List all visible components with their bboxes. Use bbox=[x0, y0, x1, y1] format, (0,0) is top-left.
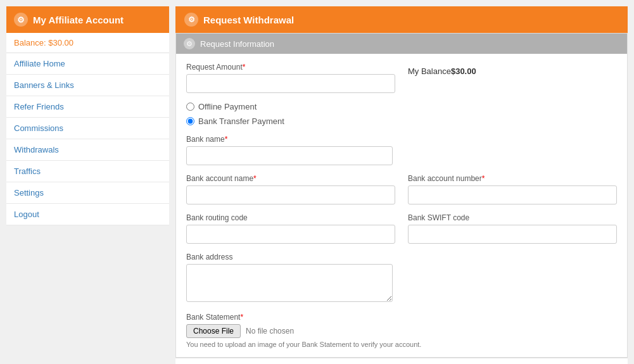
sidebar-item-logout[interactable]: Logout bbox=[6, 204, 169, 225]
bank-transfer-radio[interactable] bbox=[186, 117, 194, 125]
row-bank-address: Bank address bbox=[186, 253, 617, 304]
bank-name-label: Bank name* bbox=[186, 135, 393, 144]
col-bank-account-number: Bank account number* bbox=[408, 174, 617, 204]
content-header-icon: ⚙ bbox=[184, 13, 198, 27]
form-body: Request Amount* My Balance$30.00 bbox=[176, 54, 627, 357]
sidebar-header-icon: ⚙ bbox=[14, 13, 28, 27]
bank-account-number-label: Bank account number* bbox=[408, 174, 617, 183]
row-bank-account: Bank account name* Bank account number* bbox=[186, 174, 617, 204]
section-header: ⚙ Request Information bbox=[176, 34, 627, 54]
sidebar-nav: Affiliate Home Banners & Links Refer Fri… bbox=[6, 53, 169, 225]
col-bank-name: Bank name* bbox=[186, 135, 393, 165]
sidebar-balance: Balance: $30.00 bbox=[6, 33, 169, 53]
bank-routing-input[interactable] bbox=[186, 225, 395, 244]
sidebar: ⚙ My Affiliate Account Balance: $30.00 A… bbox=[6, 6, 169, 364]
request-amount-label: Request Amount* bbox=[186, 63, 395, 72]
required-star: * bbox=[243, 63, 246, 72]
bank-account-number-input[interactable] bbox=[408, 185, 617, 204]
col-bank-swift-code: Bank SWIFT code bbox=[408, 213, 617, 244]
file-upload-row: Choose File No file chosen bbox=[186, 324, 617, 338]
bank-swift-input[interactable] bbox=[408, 225, 617, 244]
payment-type-group: Offline Payment Bank Transfer Payment bbox=[186, 102, 617, 126]
bank-statement-label: Bank Statement* bbox=[186, 313, 617, 322]
sidebar-item-refer-friends[interactable]: Refer Friends bbox=[6, 96, 169, 118]
section-icon: ⚙ bbox=[184, 38, 195, 49]
file-hint-text: You need to upload an image of your Bank… bbox=[186, 341, 617, 348]
my-balance-display: My Balance$30.00 bbox=[408, 63, 617, 76]
offline-payment-option[interactable]: Offline Payment bbox=[186, 102, 617, 111]
bank-address-label: Bank address bbox=[186, 253, 393, 261]
col-bank-address: Bank address bbox=[186, 253, 393, 304]
balance-value: $30.00 bbox=[451, 66, 476, 76]
sidebar-item-traffics[interactable]: Traffics bbox=[6, 161, 169, 182]
bank-address-input[interactable] bbox=[186, 264, 393, 302]
content-header: ⚙ Request Withdrawal bbox=[175, 6, 628, 33]
bank-routing-label: Bank routing code bbox=[186, 213, 395, 222]
col-my-balance: My Balance$30.00 bbox=[408, 63, 617, 93]
row-bank-codes: Bank routing code Bank SWIFT code bbox=[186, 213, 617, 244]
offline-payment-radio[interactable] bbox=[186, 103, 194, 111]
row-bank-name: Bank name* bbox=[186, 135, 617, 165]
no-file-label: No file chosen bbox=[246, 327, 294, 336]
content-header-title: Request Withdrawal bbox=[203, 15, 294, 25]
required-fields-note: * Required Fields bbox=[175, 358, 628, 364]
sidebar-item-commissions[interactable]: Commissions bbox=[6, 118, 169, 139]
sidebar-item-banners-links[interactable]: Banners & Links bbox=[6, 75, 169, 96]
col-request-amount: Request Amount* bbox=[186, 63, 395, 93]
bank-transfer-option[interactable]: Bank Transfer Payment bbox=[186, 116, 617, 126]
row-request-amount: Request Amount* My Balance$30.00 bbox=[186, 63, 617, 93]
request-amount-input[interactable] bbox=[186, 74, 395, 93]
sidebar-item-affiliate-home[interactable]: Affiliate Home bbox=[6, 53, 169, 75]
choose-file-button[interactable]: Choose File bbox=[186, 324, 241, 338]
col-bank-account-name: Bank account name* bbox=[186, 174, 395, 204]
bank-name-input[interactable] bbox=[186, 146, 393, 165]
sidebar-title: My Affiliate Account bbox=[33, 15, 124, 25]
sidebar-item-settings[interactable]: Settings bbox=[6, 182, 169, 204]
section-title: Request Information bbox=[200, 39, 274, 49]
form-panel: ⚙ Request Information Request Amount* bbox=[175, 33, 628, 358]
bank-swift-label: Bank SWIFT code bbox=[408, 213, 617, 222]
bank-account-name-label: Bank account name* bbox=[186, 174, 395, 183]
col-bank-routing-code: Bank routing code bbox=[186, 213, 395, 244]
bank-account-name-input[interactable] bbox=[186, 185, 395, 204]
sidebar-header: ⚙ My Affiliate Account bbox=[6, 6, 169, 33]
content-area: ⚙ Request Withdrawal ⚙ Request Informati… bbox=[175, 6, 628, 364]
bank-statement-section: Bank Statement* Choose File No file chos… bbox=[186, 313, 617, 348]
sidebar-item-withdrawals[interactable]: Withdrawals bbox=[6, 139, 169, 161]
